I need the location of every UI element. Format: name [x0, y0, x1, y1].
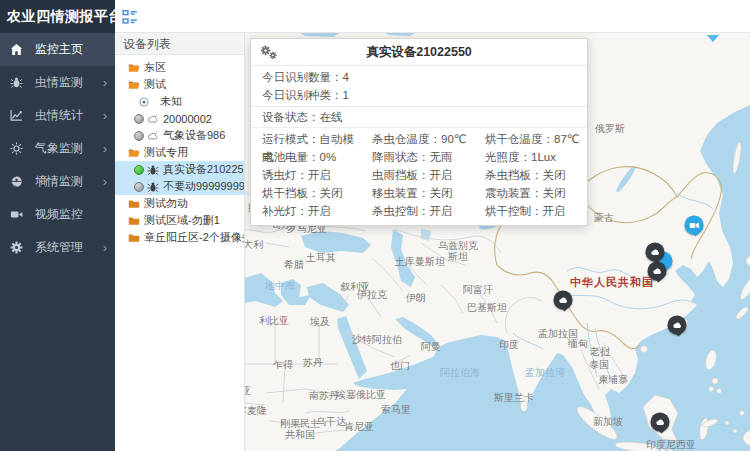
sidebar-item-6[interactable]: 系统管理›	[0, 231, 115, 264]
tree-folder-5[interactable]: 测试专用	[115, 144, 244, 161]
weather-cloud-icon	[651, 265, 663, 277]
status-dot-offline	[134, 182, 144, 192]
globe-icon	[10, 175, 23, 188]
sidebar-menu: 监控主页虫情监测›虫情统计›气象监测›墒情监测›视频监控系统管理›	[0, 33, 115, 264]
folder-open-icon	[128, 62, 140, 74]
popup-field: 杀虫仓温度：90℃	[361, 130, 474, 148]
camera-station-pin[interactable]	[685, 216, 704, 235]
tree-item-label: 20000002	[163, 113, 212, 125]
camera-icon	[688, 219, 700, 231]
insect-station-pin[interactable]	[554, 291, 573, 310]
weather-cloud-icon	[671, 319, 683, 331]
tree-folder-0[interactable]: 东区	[115, 59, 244, 76]
popup-field: 诱虫灯：开启	[251, 166, 361, 184]
folder-closed-icon	[128, 215, 140, 227]
sun-icon	[10, 142, 23, 155]
popup-field: 烘干仓温度：87℃	[474, 130, 587, 148]
app-window: 农业四情测报平台 监控主页虫情监测›虫情统计›气象监测›墒情监测›视频监控系统管…	[0, 0, 750, 451]
device-popup-title: 真实设备21022550	[366, 45, 472, 59]
tree-item-label: 未知	[160, 94, 182, 109]
panel-toggle-icon[interactable]	[122, 9, 138, 25]
tree-device-2[interactable]: 未知	[115, 93, 244, 110]
weather-cloud-icon	[654, 416, 666, 428]
sidebar-item-4[interactable]: 墒情监测›	[0, 165, 115, 198]
status-dot-online	[134, 165, 144, 175]
map[interactable]: 俄罗斯蒙古中华人民共和国哈萨克斯坦乌克兰捷克匈牙利罗马尼亚意大利乌兹别克 斯坦土…	[245, 33, 750, 451]
tree-folder-9[interactable]: 测试区域-勿删1	[115, 212, 244, 229]
sidebar-item-label: 气象监测	[35, 140, 103, 157]
tree-folder-1[interactable]: 测试	[115, 76, 244, 93]
tree-item-label: 气象设备986	[163, 128, 225, 143]
tree-item-label: 不要动99999999	[163, 179, 244, 194]
sidebar: 农业四情测报平台 监控主页虫情监测›虫情统计›气象监测›墒情监测›视频监控系统管…	[0, 0, 115, 451]
popup-status: 设备状态：在线	[251, 107, 587, 128]
tree-item-label: 东区	[144, 60, 166, 75]
sidebar-item-label: 虫情监测	[35, 74, 103, 91]
device-popup-header: 真实设备21022550	[251, 39, 587, 66]
popup-field: 震动装置：关闭	[474, 184, 587, 202]
sidebar-item-label: 视频监控	[35, 206, 107, 223]
tree-item-label: 测试	[144, 77, 166, 92]
folder-open-icon	[128, 147, 140, 159]
tree-device-6[interactable]: 真实设备21022550	[115, 161, 244, 178]
popup-field: 光照度：1Lux	[474, 148, 587, 166]
sidebar-item-5[interactable]: 视频监控	[0, 198, 115, 231]
chevron-right-icon: ›	[103, 175, 107, 188]
folder-open-icon	[128, 79, 140, 91]
tree-folder-10[interactable]: 章丘阳丘区-2个摄像头	[115, 229, 244, 246]
popup-summary: 今日识别数量：4今日识别种类：1	[251, 66, 587, 107]
chevron-right-icon: ›	[103, 109, 107, 122]
folder-closed-icon	[128, 232, 140, 244]
popup-field: 运行模式：自动模式	[251, 130, 361, 148]
insect-station-pin[interactable]	[646, 243, 665, 262]
device-list-header: 设备列表	[115, 33, 244, 55]
tree-item-label: 测试区域-勿删1	[144, 213, 220, 228]
tree-item-label: 测试专用	[144, 145, 188, 160]
video-icon	[10, 208, 23, 221]
tree-device-3[interactable]: 20000002	[115, 110, 244, 127]
popup-field: 烘干挡板：关闭	[251, 184, 361, 202]
insect-station-pin[interactable]	[668, 316, 687, 335]
popup-fields: 运行模式：自动模式杀虫仓温度：90℃烘干仓温度：87℃电池电量：0%降雨状态：无…	[251, 128, 587, 225]
sidebar-item-1[interactable]: 虫情监测›	[0, 66, 115, 99]
chevron-right-icon: ›	[103, 241, 107, 254]
popup-field: 降雨状态：无雨	[361, 148, 474, 166]
tree-device-4[interactable]: 气象设备986	[115, 127, 244, 144]
status-dot-offline	[134, 114, 144, 124]
popup-field: 今日识别数量：4	[251, 68, 587, 86]
popup-field: 烘干控制：开启	[474, 202, 587, 220]
tree-folder-8[interactable]: 测试勿动	[115, 195, 244, 212]
popup-field: 电池电量：0%	[251, 148, 361, 166]
insect-station-pin[interactable]	[648, 262, 667, 281]
sidebar-item-3[interactable]: 气象监测›	[0, 132, 115, 165]
home-icon	[10, 43, 23, 56]
settings-gears-icon[interactable]	[261, 45, 278, 60]
popup-field: 补光灯：开启	[251, 202, 361, 220]
bug-icon	[10, 76, 23, 89]
tree-item-label: 章丘阳丘区-2个摄像头	[144, 230, 244, 245]
device-tree: 东区测试未知20000002气象设备986测试专用真实设备21022550不要动…	[115, 55, 244, 246]
chevron-right-icon: ›	[103, 76, 107, 89]
sidebar-item-2[interactable]: 虫情统计›	[0, 99, 115, 132]
insect-station-pin[interactable]	[651, 413, 670, 432]
sidebar-item-label: 虫情统计	[35, 107, 103, 124]
sidebar-item-0[interactable]: 监控主页	[0, 33, 115, 66]
partial-pin-tail[interactable]	[707, 35, 719, 48]
bug-icon	[147, 181, 159, 193]
popup-field: 移虫装置：关闭	[361, 184, 474, 202]
bug-icon	[147, 164, 159, 176]
weather-cloud-icon	[557, 294, 569, 306]
sidebar-item-label: 系统管理	[35, 239, 103, 256]
device-list-panel: 设备列表 东区测试未知20000002气象设备986测试专用真实设备210225…	[115, 33, 245, 451]
tree-item-label: 测试勿动	[144, 196, 188, 211]
popup-field: 设备状态：在线	[251, 108, 587, 126]
chart-icon	[10, 109, 23, 122]
popup-field: 今日识别种类：1	[251, 86, 587, 104]
chevron-right-icon: ›	[103, 142, 107, 155]
weather-icon	[147, 130, 159, 142]
weather-cloud-icon	[649, 246, 661, 258]
tree-device-7[interactable]: 不要动99999999	[115, 178, 244, 195]
popup-field: 杀虫挡板：关闭	[474, 166, 587, 184]
popup-field: 杀虫控制：开启	[361, 202, 474, 220]
sidebar-item-label: 墒情监测	[35, 173, 103, 190]
